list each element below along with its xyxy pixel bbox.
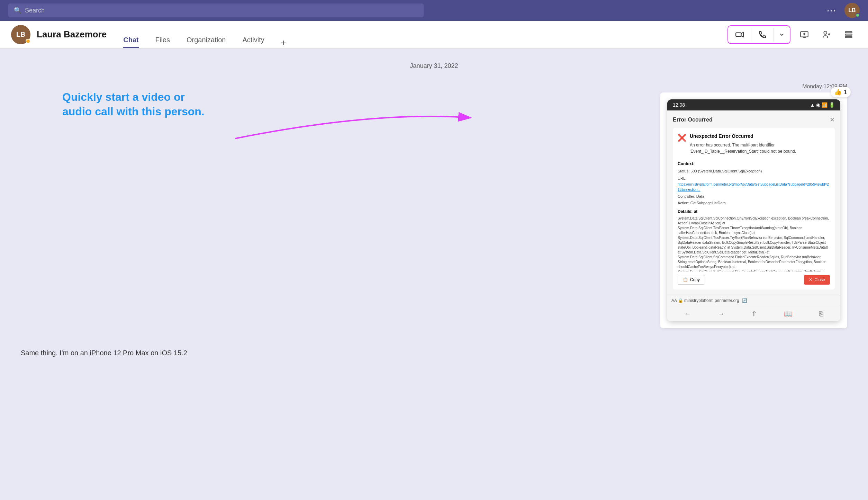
context-label: Context: [678,161,830,167]
error-actions: 📋 Copy ✕ Close [678,275,830,285]
header-bar: LB Laura Bazemore Chat Files Organizatio… [0,21,868,48]
nav-tabs: Chat Files Organization Activity + [115,21,292,48]
error-dialog-title: Error Occurred [673,117,713,123]
date-divider: January 31, 2022 [0,48,868,77]
nav-back-button[interactable]: ← [684,310,691,318]
nav-tabs-button[interactable]: ⎘ [819,310,823,318]
reaction-emoji: 👍 [834,88,842,96]
copy-button[interactable]: 📋 Copy [678,275,705,285]
nav-bookmarks-button[interactable]: 📖 [784,310,793,318]
message-area: Monday 12:09 PM 👍 1 12:08 ▲ ◉ 📶 🔋 Error … [0,77,868,335]
add-tab-button[interactable]: + [275,37,292,48]
url-label: URL: [678,176,830,181]
phone-error-dialog: Error Occurred ✕ ❌ Unexpected Error Occu… [667,110,840,295]
tab-activity[interactable]: Activity [234,21,272,48]
message-bubble: 👍 1 12:08 ▲ ◉ 📶 🔋 Error Occurred ✕ [660,92,847,328]
audio-call-button[interactable] [751,26,774,43]
reaction-count: 1 [844,89,847,96]
tab-organization[interactable]: Organization [178,21,234,48]
call-dropdown-button[interactable] [774,27,790,42]
svg-rect-4 [845,34,852,35]
top-bar: 🔍 Search ⋯ LB [0,0,868,21]
context-controller: Controller: Data [678,194,830,199]
error-close-button[interactable]: ✕ Close [804,275,830,285]
contact-avatar: LB [11,25,30,44]
message-row: Monday 12:09 PM 👍 1 12:08 ▲ ◉ 📶 🔋 Error … [660,83,847,328]
user-avatar-top[interactable]: LB [844,3,860,18]
error-header: Error Occurred ✕ [673,116,835,124]
search-placeholder: Search [25,7,45,14]
top-bar-right: ⋯ LB [826,3,860,18]
search-bar[interactable]: 🔍 Search [8,3,424,17]
bottom-message: Same thing. I'm on an iPhone 12 Pro Max … [0,335,868,364]
nav-share-button[interactable]: ⇧ [751,310,757,318]
svg-rect-5 [845,36,852,37]
nav-forward-button[interactable]: → [718,310,725,318]
more-dots-button[interactable]: ⋯ [826,5,836,16]
svg-rect-3 [845,32,852,33]
reaction-badge: 👍 1 [831,87,851,97]
call-button-group [727,25,790,44]
context-url: https://ministryplatform.perimeter.org/m… [678,182,830,192]
search-icon: 🔍 [14,7,21,14]
error-description: An error has occurred. The multi-part id… [690,142,830,154]
error-icon: ❌ [678,133,686,143]
phone-nav-bar: ← → ⇧ 📖 ⎘ [667,306,840,321]
phone-screenshot: 12:08 ▲ ◉ 📶 🔋 Error Occurred ✕ ❌ [667,99,840,321]
error-body: ❌ Unexpected Error Occurred An error has… [673,128,835,289]
svg-rect-0 [736,33,741,36]
phone-browser-bar: AA 🔒 ministryplatform.perimeter.org 🔄 [667,295,840,306]
phone-status-bar: 12:08 ▲ ◉ 📶 🔋 [667,99,840,110]
more-options-button[interactable] [840,26,857,43]
context-status: Status: 500 (System.Data.SqlClient.SqlEx… [678,168,830,174]
status-dot-top [856,13,860,17]
tab-chat[interactable]: Chat [115,21,147,48]
add-people-button[interactable] [818,26,835,43]
context-action: Action: GetSubpageListData [678,200,830,206]
details-text: System.Data.SqlClient.SqlConnection.OnEr… [678,216,830,271]
svg-point-2 [824,31,827,34]
error-main-title: Unexpected Error Occurred [690,133,830,140]
error-close-icon[interactable]: ✕ [830,116,835,124]
contact-status-dot [26,39,30,44]
tab-files[interactable]: Files [147,21,178,48]
main-content: January 31, 2022 Monday 12:09 PM 👍 1 12:… [0,48,868,500]
header-actions [727,25,857,44]
details-label: Details: at [678,208,830,215]
contact-name: Laura Bazemore [37,29,107,40]
video-call-button[interactable] [728,26,751,43]
screen-share-button[interactable] [796,26,813,43]
